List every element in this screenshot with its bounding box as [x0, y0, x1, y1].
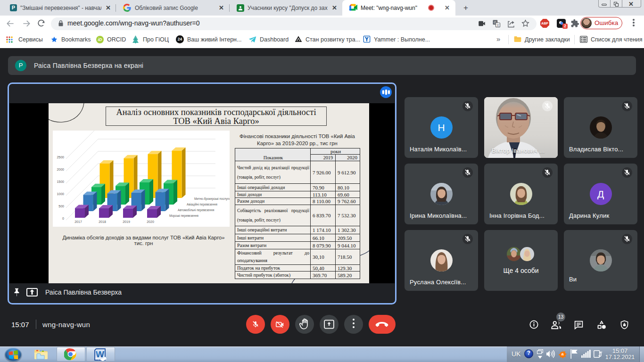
svg-text:文: 文	[496, 24, 500, 27]
svg-text:1000: 1000	[57, 192, 64, 196]
svg-text:500: 500	[58, 205, 64, 208]
svg-text:2000: 2000	[57, 168, 64, 171]
svg-text:Автомобільні перевезення: Автомобільні перевезення	[178, 208, 214, 212]
svg-text:0: 0	[62, 217, 64, 220]
svg-text:2500: 2500	[57, 156, 64, 159]
svg-text:Митно-брокерські послуги: Митно-брокерські послуги	[194, 197, 230, 201]
svg-text:2018: 2018	[99, 220, 106, 223]
svg-text:Морські перевезення: Морські перевезення	[169, 214, 198, 218]
svg-text:2017: 2017	[74, 220, 82, 223]
svg-text:1500: 1500	[57, 180, 64, 183]
svg-text:2019: 2019	[123, 220, 130, 223]
svg-text:2020: 2020	[147, 220, 154, 223]
svg-text:Авіаційні перевезення: Авіаційні перевезення	[187, 203, 217, 206]
